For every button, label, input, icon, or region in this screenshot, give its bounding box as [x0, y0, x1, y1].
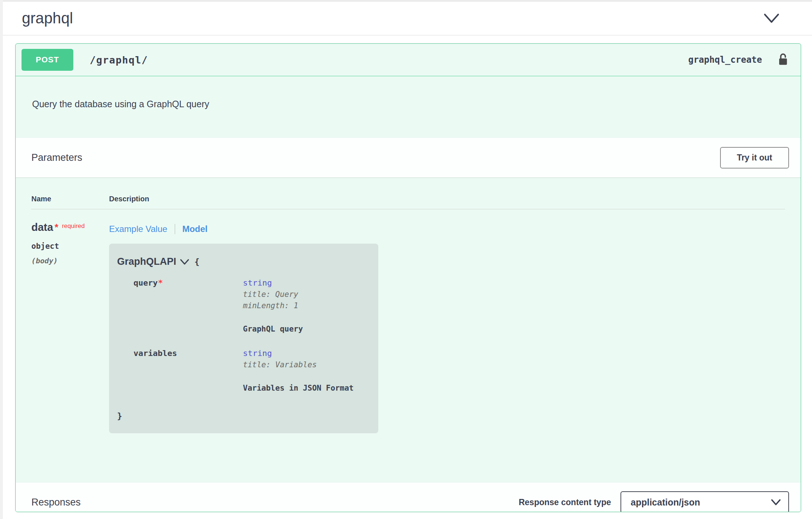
window-edge-top — [0, 0, 812, 2]
model-title-row: GraphQLAPI { — [117, 256, 367, 267]
parameter-type: object — [31, 242, 109, 251]
window-edge-left — [0, 0, 3, 519]
opblock-summary[interactable]: POST /graphql/ graphql_create — [16, 44, 801, 76]
parameters-body: Name Description data * required object … — [16, 177, 801, 483]
chevron-down-icon[interactable] — [763, 13, 780, 24]
property-name-text: variables — [134, 349, 177, 358]
tab-model[interactable]: Model — [182, 224, 208, 234]
tag-section-header: graphql — [0, 0, 812, 35]
chevron-down-icon — [771, 499, 781, 506]
response-content-type-label: Response content type — [519, 497, 611, 507]
parameters-table-head: Name Description — [31, 195, 785, 209]
opblock-post-graphql: POST /graphql/ graphql_create Query the … — [15, 43, 801, 512]
unlock-icon — [777, 53, 788, 67]
property-type: string — [243, 349, 353, 358]
model-title[interactable]: GraphQLAPI — [117, 256, 176, 267]
parameter-name-cell: data * required object (body) — [31, 222, 109, 433]
property-name: variables — [134, 349, 243, 392]
model-collapse-chevron-icon[interactable] — [180, 259, 189, 265]
column-header-description: Description — [109, 195, 149, 203]
operation-path[interactable]: /graphql/ — [90, 54, 148, 66]
responses-section-header: Responses Response content type applicat… — [16, 483, 801, 512]
model-property-variables: variables string title: Variables Variab… — [134, 349, 367, 392]
required-label: required — [62, 222, 85, 230]
property-description: GraphQL query — [243, 325, 303, 333]
parameter-description-cell: Example Value Model GraphQLAPI { — [109, 222, 785, 433]
model-box: GraphQLAPI { query* — [109, 244, 378, 433]
response-content-type-value: application/json — [631, 497, 700, 508]
property-name: query* — [134, 278, 243, 333]
property-name-text: query — [134, 278, 158, 287]
response-content-type-select[interactable]: application/json — [620, 491, 789, 512]
operation-description: Query the database using a GraphQL query — [16, 76, 801, 138]
http-method-badge: POST — [22, 49, 73, 71]
responses-title: Responses — [31, 497, 81, 508]
tag-title[interactable]: graphql — [22, 9, 73, 27]
property-meta-title: title: Query — [243, 290, 303, 299]
property-type: string — [243, 278, 303, 287]
parameters-section-header: Parameters Try it out — [16, 138, 801, 177]
parameter-name-line: data * required — [31, 222, 109, 233]
required-asterisk: * — [158, 278, 163, 287]
property-meta-title: title: Variables — [243, 360, 353, 369]
model-open-brace: { — [194, 257, 200, 267]
authorize-button[interactable] — [777, 53, 788, 67]
parameter-row: data * required object (body) Example Va… — [31, 209, 785, 433]
property-detail: string title: Query minLength: 1 GraphQL… — [243, 278, 303, 333]
operation-id: graphql_create — [688, 55, 762, 65]
model-example-tabs: Example Value Model — [109, 224, 785, 234]
tab-example-value[interactable]: Example Value — [109, 224, 175, 234]
response-content-type-group: Response content type application/json — [519, 491, 789, 512]
model-properties: query* string title: Query minLength: 1 … — [134, 278, 367, 392]
column-header-name: Name — [31, 195, 109, 203]
property-meta-minlength: minLength: 1 — [243, 301, 303, 310]
swagger-api-docs-page: graphql POST /graphql/ graphql_create Qu… — [0, 0, 812, 512]
property-description: Variables in JSON Format — [243, 384, 353, 392]
required-asterisk: * — [55, 222, 58, 233]
property-detail: string title: Variables Variables in JSO… — [243, 349, 353, 392]
model-close-brace: } — [117, 411, 367, 421]
parameter-location: (body) — [31, 256, 109, 265]
parameter-name: data — [31, 222, 53, 233]
model-property-query: query* string title: Query minLength: 1 … — [134, 278, 367, 333]
try-it-out-button[interactable]: Try it out — [720, 147, 789, 169]
parameters-title: Parameters — [31, 152, 82, 163]
